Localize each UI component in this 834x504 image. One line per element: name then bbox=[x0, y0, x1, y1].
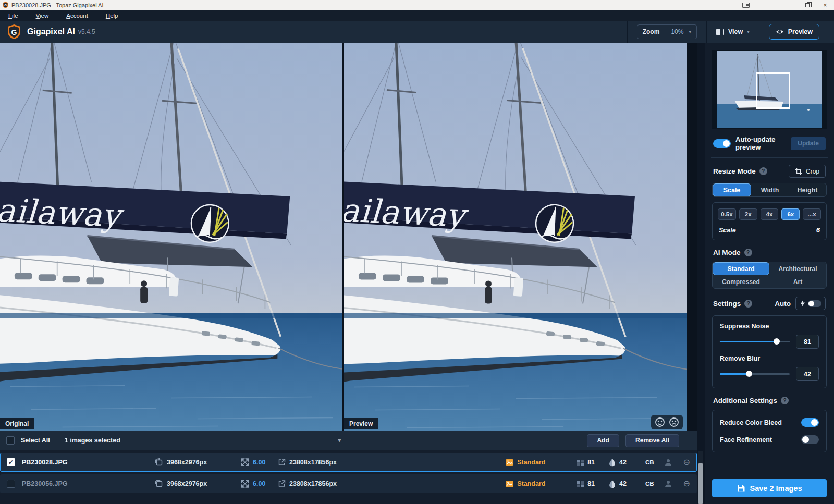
ai-mode-value: Standard bbox=[517, 459, 545, 466]
settings-title: Settings bbox=[713, 300, 741, 308]
output-size: 23808x17856px bbox=[289, 480, 337, 487]
zoom-value: 10% bbox=[671, 28, 683, 35]
suppress-noise-label: Suppress Noise bbox=[720, 323, 819, 330]
blur-value: 42 bbox=[619, 459, 627, 466]
suppress-noise-value[interactable]: 81 bbox=[796, 335, 819, 349]
noise-icon bbox=[577, 480, 584, 488]
input-size: 3968x2976px bbox=[167, 480, 207, 487]
original-pane[interactable]: Original bbox=[0, 43, 342, 431]
blur-value: 42 bbox=[619, 480, 627, 487]
auto-update-toggle[interactable] bbox=[713, 139, 731, 148]
scale-value: 6 bbox=[816, 226, 820, 234]
update-button[interactable]: Update bbox=[791, 137, 826, 150]
preview-button[interactable]: Preview bbox=[769, 24, 819, 40]
minimize-button[interactable] bbox=[781, 0, 799, 10]
output-size: 23808x17856px bbox=[289, 459, 337, 466]
remove-file-icon[interactable]: ⊖ bbox=[683, 458, 690, 466]
tab-width[interactable]: Width bbox=[751, 183, 789, 196]
scale-factor: 6.00 bbox=[253, 480, 265, 487]
restore-button[interactable] bbox=[799, 0, 816, 10]
dimensions-icon bbox=[155, 458, 163, 466]
file-select-bar: Select All 1 images selected ▾ Add Remov… bbox=[0, 431, 697, 450]
zoom-control[interactable]: Zoom 10% ▾ bbox=[637, 24, 697, 39]
ai-mode-value: Standard bbox=[517, 480, 545, 487]
file-checkbox[interactable]: ✓ bbox=[7, 458, 15, 466]
chevron-down-icon: ▾ bbox=[689, 29, 691, 34]
save-images-button[interactable]: Save 2 Images bbox=[712, 479, 827, 497]
noise-icon bbox=[577, 459, 584, 466]
sad-face-icon[interactable] bbox=[669, 417, 679, 427]
help-icon[interactable]: ? bbox=[781, 397, 789, 404]
resize-mode-title: Resize Mode bbox=[713, 167, 756, 175]
select-all-checkbox[interactable] bbox=[6, 436, 15, 445]
tab-height[interactable]: Height bbox=[789, 183, 826, 196]
reduce-color-bleed-toggle[interactable] bbox=[801, 418, 819, 427]
help-icon[interactable]: ? bbox=[744, 249, 752, 256]
auto-settings-control[interactable] bbox=[795, 297, 826, 310]
original-image bbox=[0, 43, 342, 431]
select-all-label: Select All bbox=[21, 437, 50, 444]
face-refine-icon bbox=[665, 459, 672, 466]
additional-settings-title: Additional Settings bbox=[713, 397, 777, 404]
file-row[interactable]: ✓ PB230028.JPG 3968x2976px 6.00 23808x17… bbox=[0, 453, 697, 472]
file-list-scrollbar[interactable] bbox=[697, 43, 705, 504]
crop-region-box[interactable] bbox=[756, 72, 790, 109]
scale-label: Scale bbox=[719, 227, 736, 234]
scale-0-5x-button[interactable]: 0.5x bbox=[718, 208, 736, 220]
mode-standard[interactable]: Standard bbox=[713, 262, 769, 275]
preview-button-label: Preview bbox=[788, 28, 813, 35]
remove-file-icon[interactable]: ⊖ bbox=[683, 480, 690, 488]
scrollbar-thumb[interactable] bbox=[698, 463, 703, 504]
collapse-chevron-icon[interactable]: ▾ bbox=[338, 436, 341, 444]
input-size: 3968x2976px bbox=[167, 459, 207, 466]
remove-all-button[interactable]: Remove All bbox=[626, 434, 679, 447]
lightning-icon bbox=[800, 300, 805, 307]
suppress-noise-slider[interactable] bbox=[720, 341, 790, 342]
scale-custom-button[interactable]: ...x bbox=[803, 208, 821, 220]
mode-art[interactable]: Art bbox=[769, 275, 826, 288]
slider-handle[interactable] bbox=[746, 371, 752, 377]
menu-file[interactable]: File bbox=[3, 11, 23, 20]
slider-handle[interactable] bbox=[774, 338, 780, 345]
file-checkbox[interactable] bbox=[7, 480, 15, 488]
tab-scale[interactable]: Scale bbox=[713, 183, 751, 196]
help-icon[interactable]: ? bbox=[759, 167, 767, 175]
remove-blur-value[interactable]: 42 bbox=[796, 367, 819, 381]
auto-settings-toggle[interactable] bbox=[808, 300, 821, 307]
selected-count: 1 images selected bbox=[65, 437, 120, 444]
menu-account[interactable]: Account bbox=[61, 11, 93, 20]
remove-blur-slider[interactable] bbox=[720, 373, 790, 375]
noise-value: 81 bbox=[587, 459, 595, 466]
auto-update-label: Auto-update preview bbox=[735, 136, 791, 151]
color-bleed-tag: CB bbox=[645, 459, 654, 465]
crop-button[interactable]: Crop bbox=[789, 165, 826, 178]
crop-icon bbox=[795, 168, 802, 175]
auto-label: Auto bbox=[775, 300, 791, 308]
help-icon[interactable]: ? bbox=[744, 300, 752, 308]
scale-6x-button[interactable]: 6x bbox=[781, 208, 800, 220]
happy-face-icon[interactable] bbox=[655, 417, 665, 427]
menu-help[interactable]: Help bbox=[101, 11, 124, 20]
feedback-box bbox=[651, 415, 683, 429]
close-button[interactable]: × bbox=[816, 0, 834, 10]
scale-2x-button[interactable]: 2x bbox=[739, 208, 757, 220]
mode-compressed[interactable]: Compressed bbox=[713, 275, 769, 288]
save-button-label: Save 2 Images bbox=[750, 484, 802, 493]
view-control[interactable]: View ▾ bbox=[706, 21, 759, 43]
menubar: File View Account Help bbox=[0, 10, 834, 21]
ai-mode-title: AI Mode bbox=[713, 249, 741, 256]
scale-icon bbox=[241, 458, 249, 466]
add-button[interactable]: Add bbox=[587, 434, 619, 447]
image-mode-icon bbox=[506, 481, 513, 487]
file-row[interactable]: PB230056.JPG 3968x2976px 6.00 23808x1785… bbox=[0, 474, 697, 493]
preview-pane[interactable]: Preview bbox=[344, 43, 687, 431]
noise-value: 81 bbox=[587, 480, 595, 487]
mode-architectural[interactable]: Architectural bbox=[769, 262, 826, 275]
face-refinement-toggle[interactable] bbox=[801, 435, 819, 444]
split-view-icon bbox=[716, 29, 724, 35]
menu-view[interactable]: View bbox=[31, 11, 54, 20]
scale-4x-button[interactable]: 4x bbox=[761, 208, 779, 220]
app-header: Gigapixel AI v5.4.5 Zoom 10% ▾ View ▾ Pr… bbox=[0, 21, 834, 43]
navigator-thumbnail[interactable] bbox=[712, 50, 827, 129]
ai-mode-grid: Standard Architectural Compressed Art bbox=[712, 262, 827, 289]
